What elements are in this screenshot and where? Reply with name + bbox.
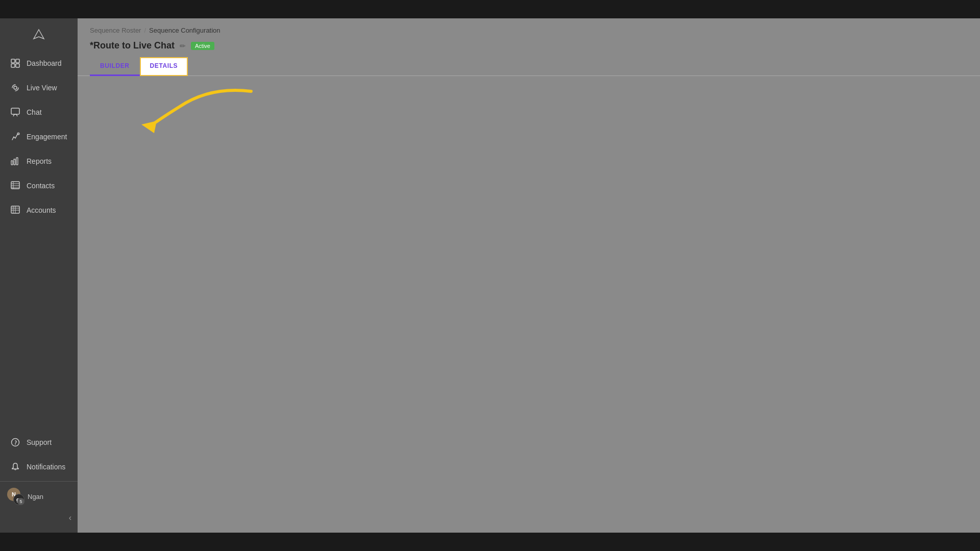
sidebar-item-label: Dashboard (27, 59, 62, 67)
tab-builder[interactable]: BUILDER (90, 57, 140, 76)
sidebar-item-dashboard[interactable]: Dashboard (0, 51, 78, 76)
sidebar-item-label: Engagement (27, 133, 67, 141)
sidebar-item-support[interactable]: Support (0, 430, 78, 455)
sidebar-item-live-view[interactable]: Live View (0, 76, 78, 100)
sidebar-item-label: Contacts (27, 182, 55, 190)
svg-point-21 (15, 444, 16, 445)
sidebar-item-contacts[interactable]: Contacts (0, 173, 78, 198)
svg-rect-0 (11, 59, 15, 63)
sidebar-item-accounts[interactable]: Accounts (0, 198, 78, 222)
svg-rect-2 (11, 64, 15, 67)
reports-icon (10, 156, 20, 166)
sidebar: Dashboard Live View (0, 18, 78, 533)
svg-rect-1 (16, 59, 19, 63)
sidebar-logo[interactable] (0, 18, 78, 51)
breadcrumb-separator: / (144, 27, 146, 34)
notification-badge: 5 (17, 498, 24, 505)
page-title-row: *Route to Live Chat ✏ Active (78, 38, 980, 57)
tab-details[interactable]: DETAILS (140, 57, 188, 76)
sidebar-item-label: Reports (27, 157, 52, 165)
sidebar-divider (0, 481, 78, 482)
svg-rect-8 (14, 159, 15, 165)
sidebar-item-engagement[interactable]: Engagement (0, 124, 78, 149)
sidebar-item-label: Live View (27, 84, 57, 92)
svg-rect-7 (11, 161, 13, 165)
edit-icon[interactable]: ✏ (180, 42, 186, 50)
dashboard-icon (10, 58, 20, 68)
sidebar-item-label: Notifications (27, 463, 65, 471)
support-icon (10, 437, 20, 447)
svg-point-4 (14, 86, 17, 89)
sidebar-item-label: Support (27, 438, 52, 446)
svg-marker-22 (141, 121, 157, 133)
user-name: Ngan (28, 493, 43, 500)
bell-icon (10, 462, 20, 472)
sidebar-bottom: Support Notifications N g. 5 (0, 430, 78, 533)
svg-rect-3 (16, 64, 19, 67)
sidebar-user-section[interactable]: N g. 5 Ngan (0, 484, 78, 509)
status-badge: Active (191, 42, 214, 50)
tabs-row: BUILDER DETAILS (78, 57, 980, 76)
collapse-sidebar-button[interactable]: ‹ (0, 509, 78, 527)
sidebar-top: Dashboard Live View (0, 18, 78, 430)
sidebar-item-notifications[interactable]: Notifications (0, 455, 78, 479)
sidebar-item-label: Chat (27, 108, 42, 116)
sidebar-item-chat[interactable]: Chat (0, 100, 78, 124)
contacts-icon (10, 181, 20, 191)
svg-rect-5 (11, 108, 19, 114)
accounts-icon (10, 205, 20, 215)
engagement-icon (10, 132, 20, 142)
main-content (78, 76, 980, 533)
content-area: Sequence Roster / Sequence Configuration… (78, 18, 980, 533)
breadcrumb-parent[interactable]: Sequence Roster (90, 27, 141, 34)
main-area: Dashboard Live View (0, 18, 980, 533)
sidebar-item-reports[interactable]: Reports (0, 149, 78, 173)
collapse-icon: ‹ (69, 513, 71, 522)
page-title: *Route to Live Chat (90, 40, 175, 51)
svg-rect-9 (16, 158, 18, 165)
breadcrumb: Sequence Roster / Sequence Configuration (78, 18, 980, 38)
breadcrumb-current: Sequence Configuration (149, 27, 220, 34)
bottom-bar (0, 533, 980, 551)
sidebar-item-label: Accounts (27, 206, 56, 214)
chat-icon (10, 107, 20, 117)
live-view-icon (10, 83, 20, 93)
top-bar (0, 0, 980, 18)
